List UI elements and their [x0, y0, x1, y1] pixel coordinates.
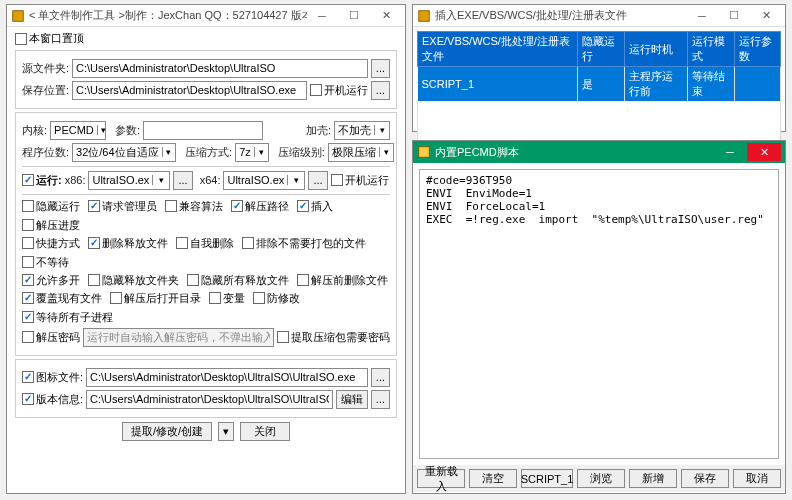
browse-button[interactable]: 浏览	[577, 469, 625, 488]
dropdown-button[interactable]: ▾	[218, 422, 234, 441]
opt-overwrite[interactable]: 覆盖现有文件	[22, 291, 102, 306]
password-hint	[83, 328, 274, 347]
browse-version-button[interactable]: ...	[371, 390, 390, 409]
browse-x64-button[interactable]: ...	[308, 171, 327, 190]
extract-modify-create-button[interactable]: 提取/修改/创建	[122, 422, 212, 441]
autostart2-checkbox[interactable]: 开机运行	[331, 173, 389, 188]
close-main-button[interactable]: 关闭	[240, 422, 290, 441]
save-location-input[interactable]	[72, 81, 307, 100]
run-checkbox[interactable]: 运行:	[22, 173, 62, 188]
add-button[interactable]: 新增	[629, 469, 677, 488]
opt-hide-all[interactable]: 隐藏所有释放文件	[187, 273, 289, 288]
icon-file-checkbox[interactable]: 图标文件:	[22, 370, 83, 385]
close-button[interactable]: ✕	[747, 143, 781, 161]
browse-source-button[interactable]: ...	[371, 59, 390, 78]
browse-icon-button[interactable]: ...	[371, 368, 390, 387]
maximize-button[interactable]: ☐	[719, 7, 749, 25]
svg-rect-0	[13, 10, 24, 21]
opt-req-admin[interactable]: 请求管理员	[88, 199, 157, 214]
titlebar[interactable]: 内置PECMD脚本 ─ ✕	[413, 141, 785, 163]
opt-hide-folder[interactable]: 隐藏释放文件夹	[88, 273, 179, 288]
svg-rect-2	[419, 147, 430, 158]
opt-pass[interactable]: 解压密码	[22, 330, 80, 345]
col-params[interactable]: 运行参数	[734, 32, 780, 67]
x64-combo[interactable]: UltraISO.ex▾	[223, 171, 305, 190]
col-file[interactable]: EXE/VBS/WCS/批处理/注册表文件	[418, 32, 578, 67]
svg-rect-1	[419, 10, 430, 21]
script1-button[interactable]: SCRIPT_1	[521, 469, 573, 488]
autostart-checkbox[interactable]: 开机运行	[310, 83, 368, 98]
col-hide[interactable]: 隐藏运行	[578, 32, 624, 67]
opt-plugin[interactable]: 插入	[297, 199, 333, 214]
scripts-table[interactable]: EXE/VBS/WCS/批处理/注册表文件 隐藏运行 运行时机 运行模式 运行参…	[417, 31, 781, 101]
save-location-label: 保存位置:	[22, 83, 69, 98]
version-input[interactable]	[86, 390, 333, 409]
opt-progress[interactable]: 解压进度	[22, 218, 80, 233]
browse-x86-button[interactable]: ...	[173, 171, 192, 190]
clear-button[interactable]: 清空	[469, 469, 517, 488]
insert-script-window: 插入EXE/VBS/WCS/批处理/注册表文件 ─ ☐ ✕ EXE/VBS/WC…	[412, 4, 786, 132]
opt-exclude[interactable]: 排除不需要打包的文件	[242, 236, 366, 251]
opt-wait-sub[interactable]: 等待所有子进程	[22, 310, 113, 325]
table-row[interactable]: SCRIPT_1 是 主程序运行前 等待结束	[418, 67, 781, 102]
pin-top-checkbox[interactable]: 本窗口置顶	[15, 31, 84, 46]
opt-shortcut[interactable]: 快捷方式	[22, 236, 80, 251]
edit-version-button[interactable]: 编辑	[336, 390, 368, 409]
window-title: < 单文件制作工具 >制作：JexChan QQ：527104427 版本：6.…	[29, 8, 307, 23]
col-mode[interactable]: 运行模式	[688, 32, 734, 67]
col-timing[interactable]: 运行时机	[624, 32, 688, 67]
app-icon	[417, 145, 431, 159]
opt-variable[interactable]: 变量	[209, 291, 245, 306]
opt-no-modify[interactable]: 防修改	[253, 291, 300, 306]
minimize-button[interactable]: ─	[687, 7, 717, 25]
maximize-button[interactable]: ☐	[339, 7, 369, 25]
minimize-button[interactable]: ─	[307, 7, 337, 25]
shell-combo[interactable]: 不加壳▾	[334, 121, 390, 140]
browse-save-button[interactable]: ...	[371, 81, 390, 100]
main-tool-window: < 单文件制作工具 >制作：JexChan QQ：527104427 版本：6.…	[6, 4, 406, 494]
opt-multi[interactable]: 允许多开	[22, 273, 80, 288]
titlebar[interactable]: < 单文件制作工具 >制作：JexChan QQ：527104427 版本：6.…	[7, 5, 405, 27]
method-combo[interactable]: 7z▾	[235, 143, 269, 162]
opt-no-wait[interactable]: 不等待	[22, 255, 69, 270]
app-icon	[11, 9, 25, 23]
opt-del-before[interactable]: 解压前删除文件	[297, 273, 388, 288]
level-combo[interactable]: 极限压缩▾	[328, 143, 394, 162]
titlebar[interactable]: 插入EXE/VBS/WCS/批处理/注册表文件 ─ ☐ ✕	[413, 5, 785, 27]
opt-compat[interactable]: 兼容算法	[165, 199, 223, 214]
cancel-button[interactable]: 取消	[733, 469, 781, 488]
opt-open-after[interactable]: 解压后打开目录	[110, 291, 201, 306]
window-title: 插入EXE/VBS/WCS/批处理/注册表文件	[435, 8, 687, 23]
source-folder-input[interactable]	[72, 59, 368, 78]
icon-file-input[interactable]	[86, 368, 368, 387]
version-checkbox[interactable]: 版本信息:	[22, 392, 83, 407]
arch-combo[interactable]: 32位/64位自适应▾	[72, 143, 176, 162]
kernel-combo[interactable]: PECMD▾	[50, 121, 106, 140]
opt-need-pass[interactable]: 提取压缩包需要密码	[277, 330, 390, 345]
params-input[interactable]	[143, 121, 263, 140]
opt-hide-run[interactable]: 隐藏运行	[22, 199, 80, 214]
opt-self-del[interactable]: 自我删除	[176, 236, 234, 251]
x86-combo[interactable]: UltraISO.ex▾	[88, 171, 170, 190]
opt-del-extract[interactable]: 删除释放文件	[88, 236, 168, 251]
window-title: 内置PECMD脚本	[435, 145, 715, 160]
app-icon	[417, 9, 431, 23]
close-button[interactable]: ✕	[751, 7, 781, 25]
source-folder-label: 源文件夹:	[22, 61, 69, 76]
script-textarea[interactable]: #code=936T950 ENVI EnviMode=1 ENVI Force…	[419, 169, 779, 459]
pecmd-script-window: 内置PECMD脚本 ─ ✕ #code=936T950 ENVI EnviMod…	[412, 140, 786, 494]
opt-extract-path[interactable]: 解压路径	[231, 199, 289, 214]
close-button[interactable]: ✕	[371, 7, 401, 25]
reload-button[interactable]: 重新载入	[417, 469, 465, 488]
save-button[interactable]: 保存	[681, 469, 729, 488]
minimize-button[interactable]: ─	[715, 143, 745, 161]
